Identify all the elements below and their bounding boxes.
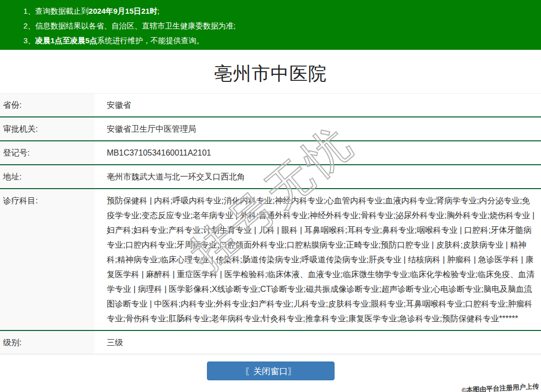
table-row-address: 地址: 亳州市魏武大道与北一环交叉口西北角	[0, 165, 541, 189]
upload-attribution-watermark: ©本图由平台注册用户上传	[462, 382, 539, 392]
row-value: 亳州市魏武大道与北一环交叉口西北角	[95, 165, 541, 188]
notice-banner: 1、查询数据截止到2024年9月15日21时; 2、信息数据结果以各省、自治区、…	[0, 0, 541, 50]
row-label: 级别:	[0, 331, 95, 354]
notice-text: 系统进行维护，不能提供查询。	[97, 36, 204, 45]
table-row-registration-number: 登记号: MB1C3710534160011A2101	[0, 141, 541, 165]
table-row-approval-authority: 审批机关: 安徽省卫生厅中医管理局	[0, 117, 541, 141]
notice-text: ;	[157, 7, 159, 15]
row-label: 地址:	[0, 165, 95, 188]
close-window-button[interactable]: 〖关闭窗口〗	[207, 361, 335, 380]
row-label: 登记号:	[0, 141, 95, 164]
notice-line-3: 3、凌晨1点至凌晨5点系统进行维护，不能提供查询。	[23, 33, 536, 48]
notice-text: 查询数据截止到	[35, 7, 88, 15]
table-row-level: 级别: 三级	[0, 331, 541, 354]
row-value: 预防保健科 | 内科;呼吸内科专业;消化内科专业;神经内科专业;心血管内科专业;…	[95, 189, 541, 330]
button-bar: 〖关闭窗口〗	[0, 361, 541, 380]
row-value: 安徽省	[95, 94, 541, 116]
notice-text: 信息数据结果以各省、自治区、直辖市卫生健康委数据为准;	[35, 21, 235, 30]
row-value: MB1C3710534160011A2101	[95, 141, 541, 164]
notice-line-1: 1、查询数据截止到2024年9月15日21时;	[23, 4, 536, 18]
row-value: 三级	[95, 331, 541, 354]
notice-line-2: 2、信息数据结果以各省、自治区、直辖市卫生健康委数据为准;	[23, 18, 536, 33]
row-label: 省份:	[0, 94, 95, 116]
row-label: 诊疗科目:	[0, 189, 95, 330]
table-row-province: 省份: 安徽省	[0, 94, 541, 117]
row-value: 安徽省卫生厅中医管理局	[95, 117, 541, 140]
page-title: 亳州市中医院	[0, 63, 541, 85]
table-row-medical-departments: 诊疗科目: 预防保健科 | 内科;呼吸内科专业;消化内科专业;神经内科专业;心血…	[0, 189, 541, 331]
notice-number: 2、	[23, 21, 35, 30]
notice-number: 3、	[23, 36, 35, 45]
notice-bold-text: 2024年9月15日21时	[88, 7, 157, 15]
hospital-info-table: 省份: 安徽省 审批机关: 安徽省卫生厅中医管理局 登记号: MB1C37105…	[0, 93, 541, 354]
notice-bold-text: 凌晨1点至凌晨5点	[35, 36, 97, 45]
notice-number: 1、	[23, 7, 35, 15]
row-label: 审批机关:	[0, 117, 95, 140]
